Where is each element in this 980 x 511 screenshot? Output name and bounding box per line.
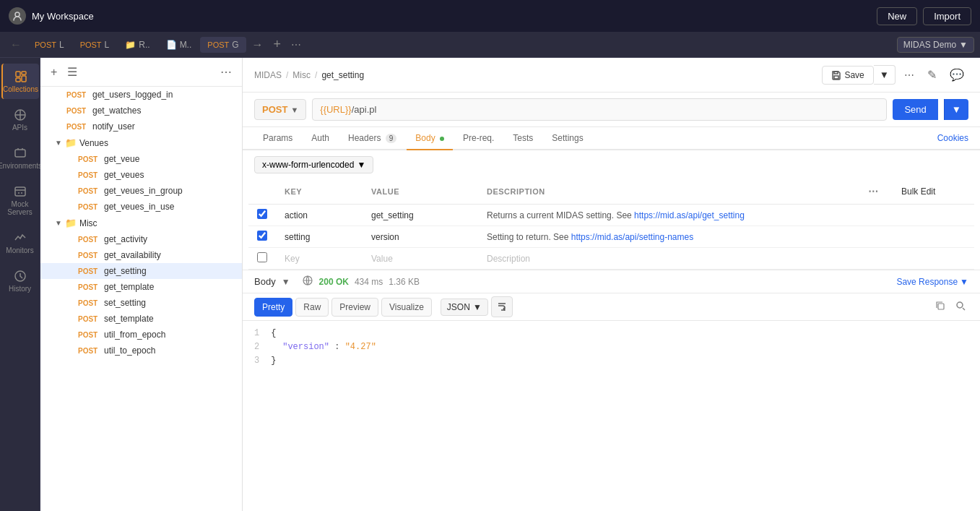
send-button[interactable]: Send [893,99,937,120]
svg-rect-9 [834,76,838,79]
tab-more-button[interactable]: ⋯ [287,38,305,52]
breadcrumb-get-setting: get_setting [321,70,364,80]
save-response-button[interactable]: Save Response ▼ [896,277,968,287]
sidebar-item-history[interactable]: History [1,263,39,299]
encoding-button[interactable]: x-www-form-urlencoded ▼ [254,156,373,173]
monitors-label: Monitors [6,246,33,254]
tab-headers[interactable]: Headers 9 [339,127,405,150]
back-button[interactable]: ← [6,35,26,54]
row1-checkbox[interactable] [257,209,267,219]
import-button[interactable]: Import [923,7,971,25]
tree-item-get-availability[interactable]: POST get_availability [40,247,242,263]
method-selector[interactable]: POST ▼ [254,99,306,120]
save-chevron-button[interactable]: ▼ [874,65,896,85]
filter-button[interactable]: ☰ [64,64,80,80]
copy-response-button[interactable] [932,298,948,316]
svg-rect-10 [834,72,838,74]
cookies-button[interactable]: Cookies [937,127,968,149]
tab-post-1[interactable]: POST L [27,37,71,53]
add-collection-button[interactable]: + [48,64,60,80]
resp-tab-visualize[interactable]: Visualize [381,298,432,317]
tree-item-get-activity[interactable]: POST get_activity [40,231,242,247]
time-badge: 434 ms [355,277,383,287]
tab-auth[interactable]: Auth [303,127,338,150]
edit-button[interactable]: ✎ [923,65,941,85]
environments-label: Environments [0,162,42,170]
url-path: /api.pl [352,104,377,115]
row1-key: action [285,210,308,220]
tab-post-2[interactable]: POST L [73,37,117,53]
tree-item-util-to-epoch[interactable]: POST util_to_epoch [40,343,242,358]
resp-tab-preview[interactable]: Preview [331,298,378,317]
tree-item-get-veues-in-use[interactable]: POST get_veues_in_use [40,199,242,215]
send-chevron-button[interactable]: ▼ [944,99,968,120]
code-line-1: 1 { [254,327,968,340]
sidebar-item-monitors[interactable]: Monitors [1,225,39,260]
wrap-button[interactable] [491,296,513,317]
sidebar-item-apis[interactable]: APIs [1,102,39,137]
tab-settings[interactable]: Settings [543,127,591,150]
tab-post-active[interactable]: POST G [200,37,246,53]
panel-more-button[interactable]: ⋯ [217,64,235,80]
tree-item-get-watches[interactable]: POST get_watches [40,103,242,119]
save-label: Save [844,70,864,80]
col-value: VALUE [363,179,478,205]
tree-item-set-setting[interactable]: POST set_setting [40,295,242,311]
sidebar-item-mock-servers[interactable]: Mock Servers [1,179,39,222]
table-row: action get_setting Returns a current MID… [248,205,974,226]
history-label: History [9,285,31,293]
tree-item-get-veue[interactable]: POST get_veue [40,151,242,167]
tree-item-get-veues-in-group[interactable]: POST get_veues_in_group [40,183,242,199]
response-header: Body ▼ 200 OK 434 ms 1.36 KB Save Respon… [243,270,980,293]
row2-checkbox[interactable] [257,231,267,241]
tab-prereq[interactable]: Pre-req. [454,127,503,150]
mock-servers-label: Mock Servers [4,200,36,216]
tree-folder-venues[interactable]: ▼ 📁 Venues [40,134,242,151]
tab-doc[interactable]: 📄 M.. [159,37,199,53]
tab-params[interactable]: Params [254,127,301,150]
save-button[interactable]: Save [822,66,873,85]
new-button[interactable]: New [877,7,917,25]
request-area: MIDAS / Misc / get_setting Save ▼ ⋯ ✎ 💬 [243,58,980,511]
tab-body[interactable]: Body [407,127,453,150]
col-bulk-edit: Bulk Edit [887,179,974,205]
add-tab-button[interactable]: + [269,35,286,53]
form-table: KEY VALUE DESCRIPTION ⋯ [248,179,974,270]
sidebar-item-environments[interactable]: Environments [1,140,39,176]
row2-link[interactable]: https://mid.as/api/setting-names [571,232,693,242]
search-response-button[interactable] [953,298,968,316]
url-template-var: {{URL}} [320,104,351,115]
tree-item-get-veues[interactable]: POST get_veues [40,167,242,183]
tree-item-get-users-logged-in[interactable]: POST get_users_logged_in [40,87,242,103]
tree-item-set-template[interactable]: POST set_template [40,311,242,327]
apis-label: APIs [12,124,27,132]
col-check [248,179,276,205]
collections-panel: + ☰ ⋯ POST get_users_logged_in POST get_… [40,58,243,511]
tree-folder-misc[interactable]: ▼ 📁 Misc [40,215,242,231]
env-selector[interactable]: MIDAS Demo ▼ [897,37,974,53]
sidebar-item-collections[interactable]: Collections [1,64,39,99]
tree-item-util-from-epoch[interactable]: POST util_from_epoch [40,327,242,343]
url-display: {{URL}}/api.pl [312,98,887,121]
resp-tab-raw[interactable]: Raw [295,298,329,317]
tab-folder[interactable]: 📁 R.. [118,37,157,53]
size-badge: 1.36 KB [389,277,420,287]
tree-item-get-template[interactable]: POST get_template [40,279,242,295]
forward-button[interactable]: → [248,35,268,54]
response-chevron[interactable]: ▼ [282,277,290,287]
sidebar: Collections APIs Environments Mock Serve… [0,58,40,511]
bulk-edit-button[interactable]: Bulk Edit [896,184,941,199]
comment-button[interactable]: 💬 [945,65,968,85]
placeholder-checkbox[interactable] [257,252,267,262]
svg-rect-1 [16,72,20,77]
svg-rect-6 [15,150,25,157]
tree-item-get-setting[interactable]: POST get_setting [40,263,242,279]
more-options-button[interactable]: ⋯ [900,66,919,84]
tab-bar: ← POST L POST L 📁 R.. 📄 M.. POST G → + ⋯… [0,32,980,58]
row1-link[interactable]: https://mid.as/api/get_setting [634,210,745,220]
json-format-selector[interactable]: JSON ▼ [441,299,488,316]
resp-tab-pretty[interactable]: Pretty [254,298,292,317]
json-label: JSON [447,302,470,312]
tree-item-notify-user[interactable]: POST notify_user [40,119,242,134]
tab-tests[interactable]: Tests [504,127,542,150]
